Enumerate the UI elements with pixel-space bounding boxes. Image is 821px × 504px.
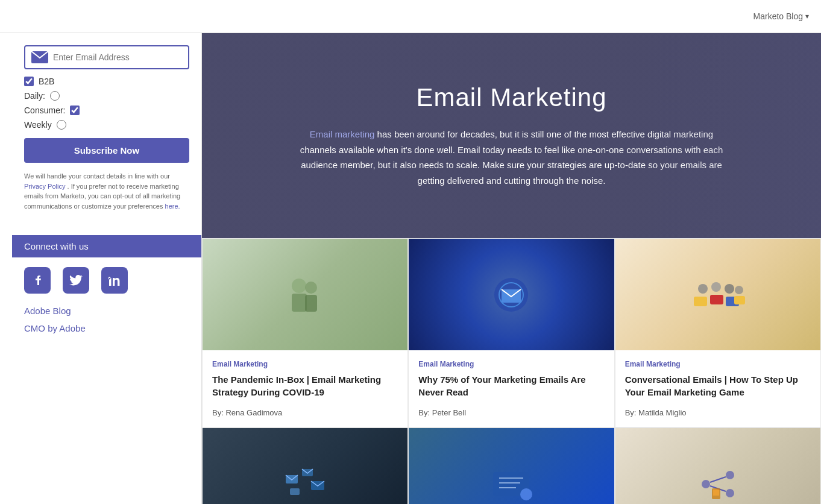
article-image-0 bbox=[203, 239, 407, 350]
checkbox-b2b: B2B bbox=[24, 77, 189, 86]
article-author-0: By: Rena Gadimova bbox=[212, 403, 398, 417]
twitter-icon[interactable] bbox=[63, 267, 89, 294]
svg-point-2 bbox=[305, 282, 317, 294]
radio-weekly-input[interactable] bbox=[57, 120, 66, 130]
facebook-icon[interactable] bbox=[24, 267, 51, 294]
svg-rect-4 bbox=[305, 295, 317, 312]
article-category-2: Email Marketing bbox=[625, 360, 811, 368]
article-image-3 bbox=[203, 428, 407, 504]
checkbox-consumer: Consumer: bbox=[24, 106, 189, 115]
svg-rect-19 bbox=[290, 488, 300, 495]
main-layout: B2B Daily: Consumer: Weekly Subscribe No… bbox=[0, 33, 821, 504]
svg-point-10 bbox=[725, 284, 734, 294]
article-image-inner-3 bbox=[203, 428, 407, 504]
article-title-2: Conversational Emails | How To Step Up Y… bbox=[625, 373, 811, 398]
checkbox-b2b-label: B2B bbox=[39, 77, 54, 86]
radio-daily-label: Daily: bbox=[24, 91, 45, 101]
social-icons bbox=[24, 267, 189, 294]
articles-grid: Email Marketing The Pandemic In-Box | Em… bbox=[202, 238, 821, 504]
radio-daily: Daily: bbox=[24, 91, 189, 101]
checkbox-b2b-input[interactable] bbox=[24, 77, 34, 86]
svg-rect-15 bbox=[734, 296, 745, 304]
hero-highlight: Email marketing bbox=[310, 129, 375, 139]
sidebar: B2B Daily: Consumer: Weekly Subscribe No… bbox=[0, 33, 202, 504]
article-image-inner-5 bbox=[615, 428, 820, 504]
svg-point-1 bbox=[292, 279, 306, 293]
radio-weekly: Weekly bbox=[24, 120, 189, 130]
article-author-1: By: Peter Bell bbox=[418, 403, 604, 417]
hero-title: Email Marketing bbox=[416, 83, 606, 112]
privacy-policy-link[interactable]: Privacy Policy bbox=[24, 183, 65, 190]
privacy-text: We will handle your contact details in l… bbox=[24, 171, 189, 211]
article-card-5[interactable]: Email Marketing bbox=[615, 427, 821, 504]
radio-weekly-label: Weekly bbox=[24, 120, 52, 130]
privacy-text-1: We will handle your contact details in l… bbox=[24, 172, 170, 180]
checkbox-consumer-label: Consumer: bbox=[24, 106, 65, 115]
article-card-4[interactable]: Email Marketing bbox=[408, 427, 614, 504]
subscribe-button[interactable]: Subscribe Now bbox=[24, 138, 189, 163]
svg-point-26 bbox=[726, 471, 734, 479]
svg-point-27 bbox=[726, 489, 734, 497]
privacy-here-link[interactable]: here. bbox=[165, 203, 180, 210]
svg-rect-12 bbox=[694, 297, 707, 306]
adobe-blog-link[interactable]: Adobe Blog bbox=[24, 306, 189, 316]
email-icon bbox=[31, 51, 48, 63]
radio-daily-input[interactable] bbox=[50, 91, 60, 101]
article-title-1: Why 75% of Your Marketing Emails Are Nev… bbox=[418, 373, 604, 398]
article-body-2: Email Marketing Conversational Emails | … bbox=[615, 350, 820, 427]
article-body-0: Email Marketing The Pandemic In-Box | Em… bbox=[203, 350, 407, 427]
article-image-inner-2 bbox=[615, 239, 820, 350]
article-image-inner-0 bbox=[203, 239, 407, 350]
svg-rect-31 bbox=[713, 490, 719, 496]
svg-point-25 bbox=[702, 480, 710, 488]
article-image-2 bbox=[615, 239, 820, 350]
svg-point-8 bbox=[698, 284, 708, 294]
article-image-inner-4 bbox=[409, 428, 614, 504]
email-input[interactable] bbox=[53, 52, 182, 62]
article-image-4 bbox=[409, 428, 614, 504]
connect-banner: Connect with us bbox=[12, 235, 201, 257]
email-form: B2B Daily: Consumer: Weekly Subscribe No… bbox=[24, 45, 189, 211]
checkbox-consumer-input[interactable] bbox=[70, 106, 80, 115]
article-category-0: Email Marketing bbox=[212, 360, 398, 368]
top-nav: Marketo Blog bbox=[0, 0, 821, 33]
article-author-2: By: Matilda Miglio bbox=[625, 403, 811, 417]
sidebar-links: Adobe Blog CMO by Adobe bbox=[24, 306, 189, 333]
svg-point-24 bbox=[520, 488, 532, 500]
article-card-3[interactable]: Email Marketing bbox=[202, 427, 408, 504]
nav-title[interactable]: Marketo Blog bbox=[753, 11, 809, 21]
article-image-5 bbox=[615, 428, 820, 504]
content-area: Email Marketing Email marketing has been… bbox=[202, 33, 821, 504]
hero-text: Email marketing has been around for deca… bbox=[295, 127, 729, 188]
article-card-2[interactable]: Email Marketing Conversational Emails | … bbox=[615, 238, 821, 427]
svg-line-28 bbox=[710, 477, 726, 482]
linkedin-icon[interactable] bbox=[101, 267, 128, 294]
article-image-1 bbox=[409, 239, 614, 350]
hero-banner: Email Marketing Email marketing has been… bbox=[202, 33, 821, 238]
cmo-blog-link[interactable]: CMO by Adobe bbox=[24, 323, 189, 333]
article-body-1: Email Marketing Why 75% of Your Marketin… bbox=[409, 350, 614, 427]
article-category-1: Email Marketing bbox=[418, 360, 604, 368]
svg-rect-3 bbox=[292, 294, 307, 312]
article-card-1[interactable]: Email Marketing Why 75% of Your Marketin… bbox=[408, 238, 614, 427]
email-input-wrapper bbox=[24, 45, 189, 69]
article-title-0: The Pandemic In-Box | Email Marketing St… bbox=[212, 373, 398, 398]
svg-point-9 bbox=[711, 282, 721, 292]
svg-point-11 bbox=[735, 286, 743, 294]
article-card-0[interactable]: Email Marketing The Pandemic In-Box | Em… bbox=[202, 238, 408, 427]
article-image-inner-1 bbox=[409, 239, 614, 350]
svg-rect-13 bbox=[710, 295, 723, 304]
connect-section: Connect with us bbox=[24, 235, 189, 333]
checkbox-group: B2B Daily: Consumer: Weekly bbox=[24, 77, 189, 130]
